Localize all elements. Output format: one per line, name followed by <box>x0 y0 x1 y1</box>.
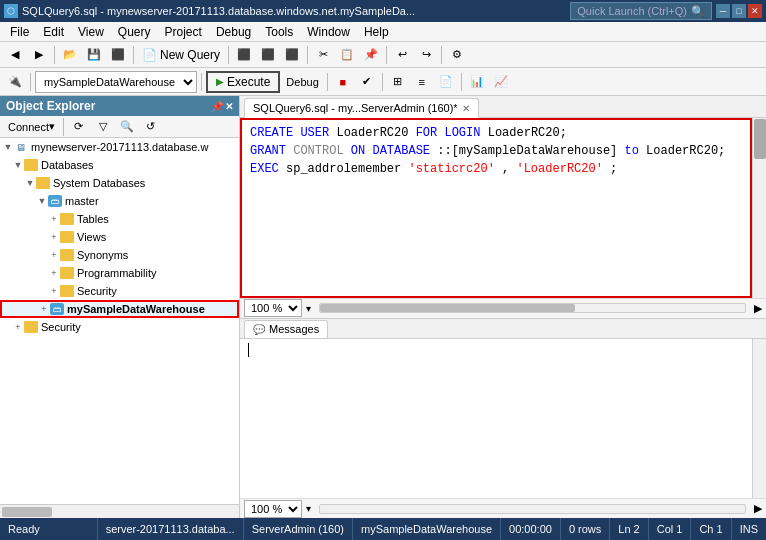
editor-zoom-bar: 100 % ▾ ▶ <box>240 298 766 318</box>
oe-pin-button[interactable]: 📌 <box>211 101 223 112</box>
paste-button[interactable]: 📌 <box>360 44 382 66</box>
expand-tables[interactable]: + <box>48 213 60 225</box>
back-button[interactable]: ◀ <box>4 44 26 66</box>
expand-programmability[interactable]: + <box>48 267 60 279</box>
oe-filter-btn[interactable]: 🔍 <box>116 116 138 138</box>
tree-item-tables[interactable]: + Tables <box>0 210 239 228</box>
tree-item-system-db[interactable]: ▼ System Databases <box>0 174 239 192</box>
menu-debug[interactable]: Debug <box>210 23 257 41</box>
object-explorer: Object Explorer 📌 ✕ Connect ▾ ⟳ ▽ 🔍 ↺ ▼ … <box>0 96 240 518</box>
menu-window[interactable]: Window <box>301 23 356 41</box>
security-master-icon <box>60 285 74 297</box>
editor-tab-active[interactable]: SQLQuery6.sql - my...ServerAdmin (160)* … <box>244 98 479 118</box>
new-query-button[interactable]: 📄 New Query <box>138 44 224 66</box>
compare-button[interactable]: ⬛ <box>257 44 279 66</box>
results-to-grid[interactable]: ⊞ <box>387 71 409 93</box>
results-panel: 💬 Messages 100 % ▾ <box>240 318 766 519</box>
connect-dropdown-icon[interactable]: ▾ <box>49 120 55 133</box>
code-editor[interactable]: CREATE USER LoaderRC20 FOR LOGIN LoaderR… <box>240 118 752 298</box>
editor-zoom-select[interactable]: 100 % <box>244 299 302 317</box>
status-rows-label: 0 rows <box>569 523 601 535</box>
status-ch-label: Ch 1 <box>699 523 722 535</box>
open-button[interactable]: 📂 <box>59 44 81 66</box>
show-ep[interactable]: 📊 <box>466 71 488 93</box>
tree-item-views[interactable]: + Views <box>0 228 239 246</box>
properties-button[interactable]: ⚙ <box>446 44 468 66</box>
redo-button[interactable]: ↪ <box>415 44 437 66</box>
editor-hscroll[interactable] <box>319 303 746 313</box>
close-button[interactable]: ✕ <box>748 4 762 18</box>
results-to-text[interactable]: ≡ <box>411 71 433 93</box>
expand-security-root[interactable]: + <box>12 321 24 333</box>
execute-button[interactable]: ▶ Execute <box>206 71 280 93</box>
connect-oe-button[interactable]: Connect ▾ <box>4 116 59 138</box>
separator4 <box>307 46 308 64</box>
results-content[interactable] <box>240 339 752 499</box>
oe-refresh[interactable]: ⟳ <box>68 116 90 138</box>
tree-item-security-master[interactable]: + Security <box>0 282 239 300</box>
menu-edit[interactable]: Edit <box>37 23 70 41</box>
results-tab-messages[interactable]: 💬 Messages <box>244 320 328 338</box>
results-vscroll[interactable] <box>752 339 766 499</box>
undo-button[interactable]: ↩ <box>391 44 413 66</box>
cut-button[interactable]: ✂ <box>312 44 334 66</box>
object-explorer-tree: ▼ 🖥 mynewserver-20171113.database.w ▼ Da… <box>0 138 239 504</box>
expand-mysample[interactable]: + <box>38 303 50 315</box>
tables-label: Tables <box>77 213 109 225</box>
status-ch: Ch 1 <box>690 518 730 540</box>
tree-item-synonyms[interactable]: + Synonyms <box>0 246 239 264</box>
include-actual[interactable]: 📈 <box>490 71 512 93</box>
master-db-icon: 🗃 <box>48 195 62 207</box>
copy-button[interactable]: 📋 <box>336 44 358 66</box>
status-ins-label: INS <box>740 523 758 535</box>
tree-item-programmability[interactable]: + Programmability <box>0 264 239 282</box>
expand-security-master[interactable]: + <box>48 285 60 297</box>
expand-databases[interactable]: ▼ <box>12 159 24 171</box>
menu-project[interactable]: Project <box>159 23 208 41</box>
menu-file[interactable]: File <box>4 23 35 41</box>
menu-view[interactable]: View <box>72 23 110 41</box>
parse-button[interactable]: ✔ <box>356 71 378 93</box>
tree-item-server[interactable]: ▼ 🖥 mynewserver-20171113.database.w <box>0 138 239 156</box>
results-to-file[interactable]: 📄 <box>435 71 457 93</box>
results-zoom-dropdown[interactable]: ▾ <box>306 503 311 514</box>
menu-query[interactable]: Query <box>112 23 157 41</box>
oe-close-button[interactable]: ✕ <box>225 101 233 112</box>
save-all-button[interactable]: ⬛ <box>107 44 129 66</box>
results-zoom-select[interactable]: 100 % <box>244 500 302 518</box>
status-rows: 0 rows <box>560 518 609 540</box>
tree-item-security-root[interactable]: + Security <box>0 318 239 336</box>
expand-master[interactable]: ▼ <box>36 195 48 207</box>
oe-filter[interactable]: ▽ <box>92 116 114 138</box>
database-selector[interactable]: mySampleDataWarehouse <box>35 71 197 93</box>
oe-refresh2[interactable]: ↺ <box>140 116 162 138</box>
separator9 <box>327 73 328 91</box>
results-hscroll-right[interactable]: ▶ <box>754 502 762 515</box>
forward-button[interactable]: ▶ <box>28 44 50 66</box>
expand-server[interactable]: ▼ <box>2 141 14 153</box>
tree-item-databases[interactable]: ▼ Databases <box>0 156 239 174</box>
hscroll-right-btn[interactable]: ▶ <box>754 302 762 315</box>
expand-views[interactable]: + <box>48 231 60 243</box>
tree-item-master[interactable]: ▼ 🗃 master <box>0 192 239 210</box>
stop-button[interactable]: ■ <box>332 71 354 93</box>
maximize-button[interactable]: □ <box>732 4 746 18</box>
schema-button[interactable]: ⬛ <box>281 44 303 66</box>
expand-synonyms[interactable]: + <box>48 249 60 261</box>
oe-hscroll[interactable] <box>0 504 239 518</box>
debug-toolbar-button[interactable]: Debug <box>282 71 322 93</box>
tree-item-mysample[interactable]: + 🗃 mySampleDataWarehouse <box>0 300 239 318</box>
minimize-button[interactable]: ─ <box>716 4 730 18</box>
save-button[interactable]: 💾 <box>83 44 105 66</box>
editor-vscroll[interactable] <box>752 118 766 298</box>
editor-tab-close[interactable]: ✕ <box>462 103 470 114</box>
results-hscroll[interactable] <box>319 504 746 514</box>
connect-toolbar-button[interactable]: 🔌 <box>4 71 26 93</box>
menu-help[interactable]: Help <box>358 23 395 41</box>
separator2 <box>133 46 134 64</box>
menu-tools[interactable]: Tools <box>259 23 299 41</box>
editor-zoom-dropdown[interactable]: ▾ <box>306 303 311 314</box>
extract-button[interactable]: ⬛ <box>233 44 255 66</box>
toolbar1: ◀ ▶ 📂 💾 ⬛ 📄 New Query ⬛ ⬛ ⬛ ✂ 📋 📌 ↩ ↪ ⚙ <box>0 42 766 68</box>
expand-system-db[interactable]: ▼ <box>24 177 36 189</box>
